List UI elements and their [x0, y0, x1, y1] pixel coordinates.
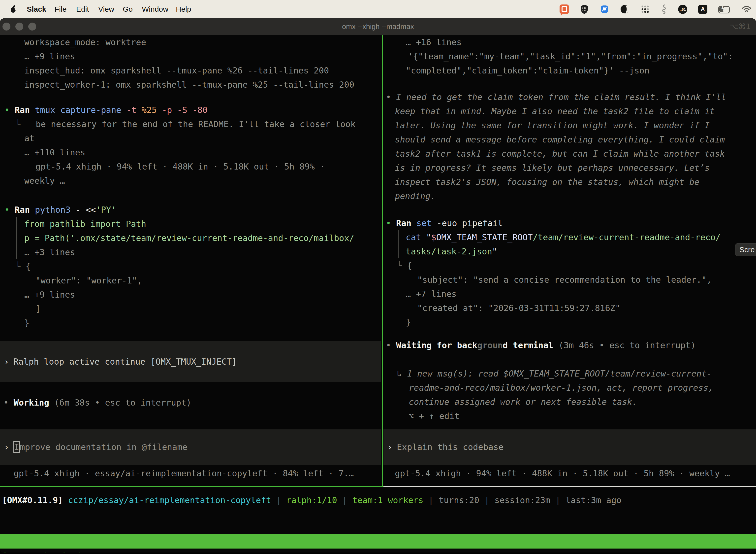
tmux-session-label: [omx-cczip0:bash* — [2, 549, 88, 553]
menu-bar: Slack FileEditViewGoWindowHelp ..61Aϟ — [0, 0, 756, 18]
terminal-line: • Ran set -euo pipefail — [386, 217, 503, 229]
menu-item-window[interactable]: Window — [142, 0, 169, 18]
terminal-line: workspace_mode: worktree — [24, 37, 146, 48]
prompt-chevron-icon: › — [4, 442, 10, 452]
terminal-line: keep that in mind. Maybe I also need the… — [395, 106, 715, 117]
dot-grid-icon[interactable] — [640, 4, 650, 14]
terminal-line: task2 after task1 is complete, but can I… — [395, 148, 725, 159]
omx-status-line: [OMX#0.11.9] cczip/essay/ai-reimplementa… — [2, 494, 621, 506]
tooltip-label: Scre — [739, 245, 755, 254]
screen-tooltip[interactable]: Scre — [735, 243, 756, 256]
terminal-line: later. Using the same for transition mig… — [395, 120, 710, 131]
terminal-line: inspect task2's JSON, focusing on the st… — [395, 176, 699, 188]
terminal-line: is in progress? It seems likely but perh… — [395, 162, 710, 173]
terminal-window: omx --xhigh --madmax ⌥⌘1 workspace_mode:… — [0, 18, 756, 553]
prompt-chevron-icon: › — [4, 357, 10, 367]
terminal-line: inspect_worker-1: omx sparkshell --tmux-… — [24, 79, 355, 90]
terminal-line: └ { — [397, 260, 412, 271]
terminal-line: • I need to get the claim token from the… — [386, 91, 726, 103]
terminal-line: └ be necessary for the end of the README… — [15, 118, 356, 130]
battery-icon[interactable]: ϟ — [718, 6, 731, 12]
terminal-line: gpt-5.4 xhigh · 94% left · 488K in · 5.1… — [36, 161, 325, 172]
menu-item-file[interactable]: File — [55, 0, 66, 18]
input-placeholder: mprove documentation in @filename — [20, 442, 188, 452]
blue-badge-icon[interactable] — [600, 4, 609, 14]
prompt-chevron-icon: › — [387, 442, 393, 452]
terminal-line: readme-and-reco/mailbox/worker-1.json, a… — [409, 382, 713, 393]
terminal-line: … +16 lines — [406, 37, 461, 48]
terminal-line: cat "$OMX_TEAM_STATE_ROOT/team/review-cu… — [406, 232, 720, 243]
terminal-line: weekly … — [24, 175, 65, 186]
terminal-line: ] — [36, 303, 41, 315]
indent-guide — [398, 230, 402, 258]
input-source-icon[interactable]: A — [698, 5, 707, 14]
terminal-line: └ { — [15, 261, 30, 272]
left-pane-status-line: gpt-5.4 xhigh · essay/ai-reimplementatio… — [14, 467, 354, 479]
disk-icon[interactable] — [620, 4, 630, 14]
indent-guide — [16, 217, 21, 259]
apple-menu[interactable] — [10, 0, 17, 18]
menu-item-edit[interactable]: Edit — [76, 0, 89, 18]
menu-app-name[interactable]: Slack — [27, 0, 46, 18]
menu-item-go[interactable]: Go — [123, 0, 133, 18]
circle-61-icon[interactable]: ..61 — [678, 5, 687, 14]
terminal-line: should send a message before completing … — [395, 134, 725, 145]
terminal-line: ↳ 1 new msg(s): read $OMX_TEAM_STATE_ROO… — [397, 368, 712, 379]
shield-grid-icon[interactable] — [580, 4, 589, 14]
pane-divider-bottom-right — [383, 486, 756, 487]
tmux-status-bar: [omx-cczip0:bash* "MacBook-Pro-44.local"… — [0, 534, 756, 549]
right-pane-status-line: gpt-5.4 xhigh · 94% left · 488K in · 5.1… — [395, 467, 730, 479]
screen: Slack FileEditViewGoWindowHelp ..61Aϟ om… — [0, 0, 756, 554]
ralph-loop-banner[interactable]: ›Ralph loop active continue [OMX_TMUX_IN… — [0, 341, 381, 382]
text-cursor: I — [13, 441, 20, 453]
terminal-line: "subject": "send a concise recommendatio… — [417, 274, 712, 285]
menu-status-icons: ..61Aϟ — [560, 0, 756, 18]
window-shortcut-badge: ⌥⌘1 — [730, 18, 751, 35]
terminal-line: p = Path('.omx/state/team/review-current… — [24, 232, 355, 244]
banner-label: Ralph loop active continue [OMX_TMUX_INJ… — [13, 357, 237, 367]
apple-icon — [10, 5, 17, 13]
waiting-status-line: • Waiting for background terminal (3m 46… — [386, 340, 696, 351]
terminal-line: inspect_hud: omx sparkshell --tmux-pane … — [24, 65, 329, 76]
window-title-bar: omx --xhigh --madmax ⌥⌘1 — [0, 18, 756, 35]
terminal-line: tasks/task-2.json" — [406, 246, 497, 257]
terminal-line: '{"team_name":"my-team","task_id":"1","f… — [408, 51, 733, 62]
terminal-line: … +7 lines — [406, 288, 457, 299]
terminal-line: continue assigned work or next feasible … — [409, 396, 637, 407]
chat-badge-icon[interactable] — [560, 4, 569, 14]
terminal-line: pending. — [395, 190, 436, 202]
terminal-line: … +110 lines — [24, 147, 85, 158]
terminal-line: … +3 lines — [24, 246, 75, 258]
terminal-line: "created_at": "2026-03-31T11:59:27.816Z" — [417, 302, 620, 314]
terminal-line: "completed","claim_token":"claim-token"}… — [406, 65, 649, 76]
terminal-line: "worker": "worker-1", — [36, 275, 142, 286]
terminal-line: • Ran tmux capture-pane -t %25 -p -S -80 — [4, 104, 208, 116]
edit-hint: ⌥ + ↑ edit — [409, 410, 460, 422]
terminal-line: … +9 lines — [24, 289, 75, 300]
explain-codebase-banner[interactable]: ›Explain this codebase — [383, 429, 756, 465]
terminal-line: … +9 lines — [24, 51, 75, 62]
terminal-line: at — [24, 132, 35, 144]
menu-item-view[interactable]: View — [98, 0, 114, 18]
banner-label: Explain this codebase — [397, 442, 504, 452]
terminal-line: } — [406, 317, 411, 328]
terminal-line: from pathlib import Path — [24, 218, 146, 230]
pane-divider-bottom-left — [0, 486, 383, 487]
working-status-line: • Working (6m 38s • esc to interrupt) — [3, 397, 191, 408]
pane-divider-vertical[interactable] — [382, 35, 383, 486]
terminal-line: } — [24, 317, 29, 329]
menu-item-help[interactable]: Help — [176, 0, 191, 18]
terminal-line: • Ran python3 - <<'PY' — [4, 204, 116, 215]
squiggle-icon[interactable] — [661, 4, 667, 14]
prompt-input[interactable]: ›Improve documentation in @filename — [0, 429, 381, 465]
wifi-icon[interactable] — [742, 5, 752, 13]
window-title: omx --xhigh --madmax — [0, 18, 756, 35]
